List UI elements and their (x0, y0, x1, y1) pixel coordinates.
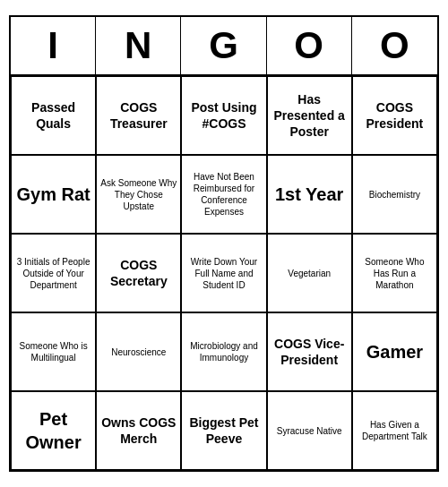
bingo-header: INGOO (11, 17, 437, 76)
bingo-cell: COGS Treasurer (96, 76, 181, 155)
bingo-grid: Passed QualsCOGS TreasurerPost Using #CO… (11, 76, 437, 470)
header-letter: G (181, 17, 266, 74)
bingo-cell: Have Not Been Reimbursed for Conference … (181, 155, 266, 234)
bingo-cell: Owns COGS Merch (96, 391, 181, 470)
bingo-cell: Has Presented a Poster (267, 76, 352, 155)
bingo-cell: Ask Someone Why They Chose Upstate (96, 155, 181, 234)
bingo-cell: 1st Year (267, 155, 352, 234)
bingo-card: INGOO Passed QualsCOGS TreasurerPost Usi… (9, 15, 439, 472)
header-letter: I (11, 17, 96, 74)
header-letter: N (96, 17, 181, 74)
bingo-cell: Biochemistry (352, 155, 437, 234)
bingo-cell: 3 Initials of People Outside of Your Dep… (11, 234, 96, 312)
bingo-cell: Someone Who is Multilingual (11, 312, 96, 391)
bingo-cell: Syracuse Native (267, 391, 352, 470)
bingo-cell: Passed Quals (11, 76, 96, 155)
bingo-cell: Gym Rat (11, 155, 96, 234)
bingo-cell: COGS Secretary (96, 234, 181, 312)
bingo-cell: Pet Owner (11, 391, 96, 470)
bingo-cell: Has Given a Department Talk (352, 391, 437, 470)
bingo-cell: COGS President (352, 76, 437, 155)
header-letter: O (267, 17, 352, 74)
bingo-cell: Biggest Pet Peeve (181, 391, 266, 470)
bingo-cell: Gamer (352, 312, 437, 391)
bingo-cell: Neuroscience (96, 312, 181, 391)
bingo-cell: Post Using #COGS (181, 76, 266, 155)
bingo-cell: Write Down Your Full Name and Student ID (181, 234, 266, 312)
bingo-cell: Vegetarian (267, 234, 352, 312)
bingo-cell: Someone Who Has Run a Marathon (352, 234, 437, 312)
bingo-cell: Microbiology and Immunology (181, 312, 266, 391)
header-letter: O (352, 17, 437, 74)
bingo-cell: COGS Vice-President (267, 312, 352, 391)
